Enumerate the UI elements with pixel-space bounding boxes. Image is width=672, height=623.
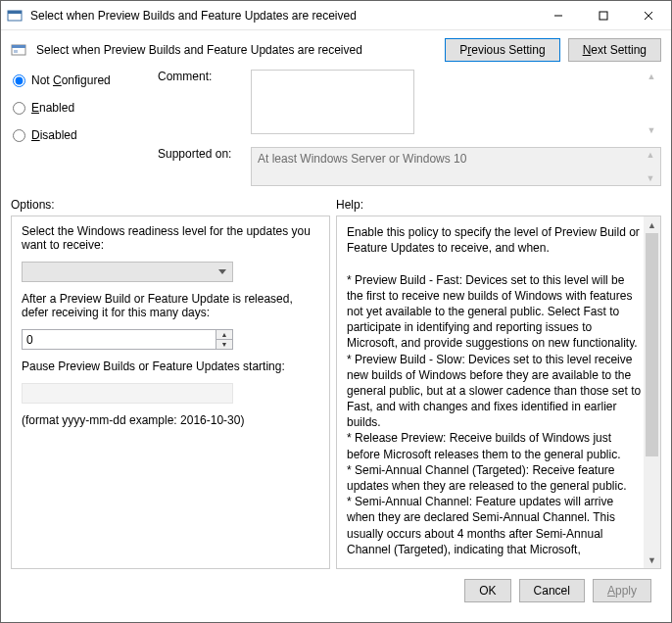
supported-label: Supported on: [158,147,241,186]
spinner-up-button[interactable]: ▲ [216,330,232,340]
next-setting-button[interactable]: Next Setting [568,38,661,62]
scroll-up-button[interactable]: ▲ [644,216,660,233]
scroll-track[interactable] [644,233,660,551]
minimize-button[interactable] [536,1,581,29]
maximize-button[interactable] [581,1,626,29]
previous-setting-button[interactable]: Previous Setting [445,38,559,62]
scroll-thumb[interactable] [646,233,658,456]
scroll-down-button[interactable]: ▼ [644,551,660,568]
options-text-readiness: Select the Windows readiness level for t… [22,224,319,252]
content-area: Select when Preview Builds and Feature U… [1,30,671,622]
app-icon [7,8,23,24]
radio-enabled[interactable]: Enabled [13,101,158,115]
radio-enabled-input[interactable] [13,102,25,115]
svg-rect-7 [12,45,25,48]
close-button[interactable] [626,1,671,29]
titlebar: Select when Preview Builds and Feature U… [1,1,671,30]
supported-scroll: ▲▼ [643,150,658,183]
svg-rect-3 [600,12,607,20]
options-text-pause: Pause Preview Builds or Feature Updates … [22,359,319,373]
radio-disabled-input[interactable] [13,129,25,142]
apply-button[interactable]: Apply [593,579,651,602]
radio-not-configured[interactable]: Not Configured [13,73,158,87]
options-text-defer: After a Preview Build or Feature Update … [22,292,319,319]
policy-icon [11,42,26,58]
svg-rect-8 [14,50,18,53]
pause-date-input[interactable] [22,383,233,404]
options-panel: Select the Windows readiness level for t… [11,216,330,569]
help-text: Enable this policy to specify the level … [347,224,642,560]
options-heading: Options: [11,198,336,212]
options-text-format: (format yyyy-mm-dd example: 2016-10-30) [22,413,319,427]
radio-not-configured-input[interactable] [13,74,25,87]
radio-disabled[interactable]: Disabled [13,128,158,142]
policy-title: Select when Preview Builds and Feature U… [36,43,435,57]
help-panel: Enable this policy to specify the level … [336,216,661,569]
comment-scroll: ▲▼ [644,72,659,135]
supported-on-text: At least Windows Server or Windows 10 [258,152,466,166]
header-row: Select when Preview Builds and Feature U… [11,38,661,62]
ok-button[interactable]: OK [464,579,510,602]
svg-rect-1 [8,11,22,14]
window-buttons [536,1,671,29]
readiness-level-combo[interactable] [22,262,233,282]
cancel-button[interactable]: Cancel [519,579,585,602]
gpo-dialog: Select when Preview Builds and Feature U… [0,0,672,623]
state-radios: Not Configured Enabled Disabled [11,70,158,186]
defer-days-spinner[interactable]: 0 ▲ ▼ [22,329,233,350]
comment-field[interactable] [251,70,414,134]
footer-buttons: OK Cancel Apply [11,569,661,612]
help-scrollbar[interactable]: ▲ ▼ [644,216,660,568]
defer-days-value[interactable]: 0 [23,333,216,347]
help-heading: Help: [336,198,363,212]
comment-label: Comment: [158,70,241,137]
window-title: Select when Preview Builds and Feature U… [28,9,536,23]
spinner-down-button[interactable]: ▼ [216,340,232,349]
supported-on-box: At least Windows Server or Windows 10 ▲▼ [251,147,661,186]
